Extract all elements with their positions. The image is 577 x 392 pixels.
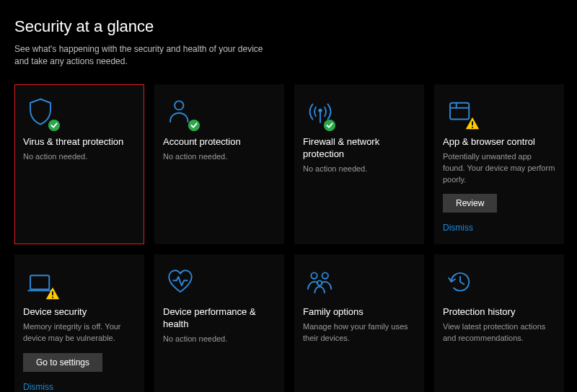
card-title: Account protection [163,136,276,148]
cards-grid: Virus & threat protection No action need… [14,84,563,392]
card-title: App & browser control [443,136,555,148]
card-firewall[interactable]: Firewall & network protection No action … [294,84,424,245]
svg-point-1 [175,101,183,110]
card-app-browser[interactable]: App & browser control Potentially unwant… [434,84,564,245]
dismiss-link[interactable]: Dismiss [23,382,136,392]
heart-pulse-icon [163,264,198,299]
svg-rect-14 [52,297,53,298]
card-desc: Manage how your family uses their device… [303,321,415,344]
antenna-icon [303,94,338,129]
card-title: Firewall & network protection [303,136,415,161]
card-family-options[interactable]: Family options Manage how your family us… [294,254,424,392]
card-title: Virus & threat protection [23,136,136,148]
card-protection-history[interactable]: Protection history View latest protectio… [434,254,564,392]
card-title: Protection history [443,306,555,318]
card-desc: No action needed. [303,164,415,175]
warning-badge-icon [464,116,480,132]
card-title: Device security [23,306,136,318]
history-icon [443,264,477,299]
family-icon [303,264,338,299]
svg-point-15 [311,273,317,279]
card-account-protection[interactable]: Account protection No action needed. [154,84,284,245]
svg-point-16 [322,273,328,279]
card-desc: No action needed. [163,334,276,345]
svg-point-3 [318,108,322,112]
card-desc: Potentially unwanted app found. Your dev… [443,151,555,186]
card-performance-health[interactable]: Device performance & health No action ne… [154,254,284,392]
card-virus-threat[interactable]: Virus & threat protection No action need… [14,84,144,245]
card-desc: No action needed. [163,151,276,163]
card-desc: No action needed. [23,151,136,163]
check-badge-icon [323,119,336,132]
svg-rect-13 [52,292,53,296]
svg-point-5 [324,120,335,131]
review-button[interactable]: Review [443,194,497,213]
svg-rect-10 [472,126,473,128]
warning-badge-icon [45,286,61,302]
check-badge-icon [48,119,61,132]
svg-point-0 [48,120,60,131]
shield-icon [23,94,58,129]
app-window-icon [443,94,477,129]
person-icon [163,94,198,129]
page-subtitle: See what's happening with the security a… [14,43,274,68]
card-title: Device performance & health [163,306,276,331]
svg-rect-9 [472,121,473,125]
dismiss-link[interactable]: Dismiss [443,223,555,233]
card-title: Family options [303,306,415,318]
go-to-settings-button[interactable]: Go to settings [23,353,102,372]
svg-point-2 [188,120,200,131]
card-desc: View latest protection actions and recom… [443,321,555,344]
page-title: Security at a glance [14,17,563,36]
chip-icon [23,264,58,299]
card-device-security[interactable]: Device security Memory integrity is off.… [14,254,144,392]
card-desc: Memory integrity is off. Your device may… [23,321,136,344]
check-badge-icon [188,119,201,132]
